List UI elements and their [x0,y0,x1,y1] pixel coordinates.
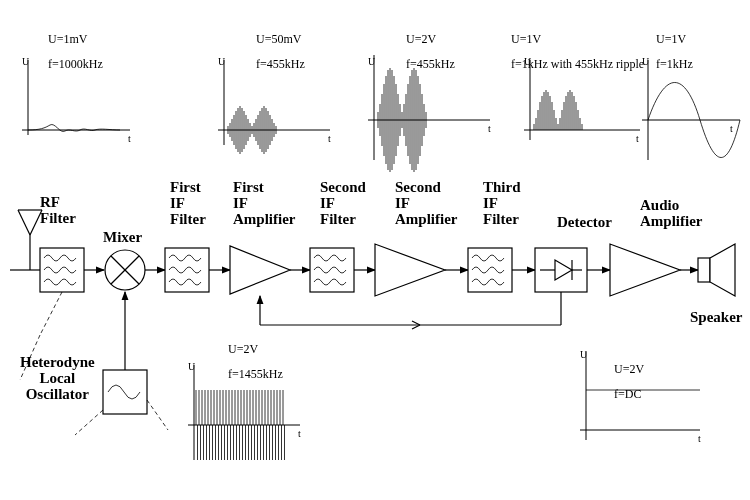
speaker-icon [698,244,735,296]
svg-line-20 [18,210,30,235]
svg-rect-29 [165,248,209,292]
block-detector [535,248,587,292]
svg-line-41 [40,292,62,335]
waveform-second-if: U t [368,55,491,172]
svg-line-42 [20,335,40,380]
block-mixer [105,250,145,290]
block-first-if-filter [165,248,209,292]
antenna-icon [18,210,42,270]
block-second-if-filter [310,248,354,292]
block-audio-amp [610,244,680,296]
svg-text:t: t [698,433,701,444]
svg-text:U: U [524,56,532,67]
svg-text:U: U [188,361,196,372]
svg-line-21 [30,210,42,235]
svg-text:U: U [642,56,650,67]
block-local-osc [103,370,147,414]
waveform-detected: U t [524,56,640,144]
svg-text:t: t [328,133,331,144]
svg-rect-25 [40,248,84,292]
waveform-agc: U t [580,349,701,444]
svg-rect-30 [310,248,354,292]
svg-text:U: U [218,56,226,67]
svg-text:t: t [298,428,301,439]
svg-text:t: t [636,133,639,144]
block-rf-filter [40,248,84,292]
svg-text:U: U [22,56,30,67]
block-second-if-amp [375,244,445,296]
svg-line-43 [75,410,103,435]
svg-text:t: t [730,123,733,134]
block-first-if-amp [230,246,290,294]
svg-text:t: t [128,133,131,144]
svg-line-44 [147,400,168,430]
block-third-if-filter [468,248,512,292]
svg-rect-36 [698,258,710,282]
svg-text:t: t [488,123,491,134]
diagram-canvas: U t U t U t U t [0,0,750,500]
svg-text:U: U [580,349,588,360]
feedback-agc [260,292,561,329]
svg-text:U: U [368,56,376,67]
waveform-audio: U t [642,56,740,160]
waveform-lo: U t [188,361,301,460]
svg-rect-39 [103,370,147,414]
waveform-first-if: U t [218,56,331,154]
waveform-rf: U t [22,56,131,144]
svg-rect-31 [468,248,512,292]
